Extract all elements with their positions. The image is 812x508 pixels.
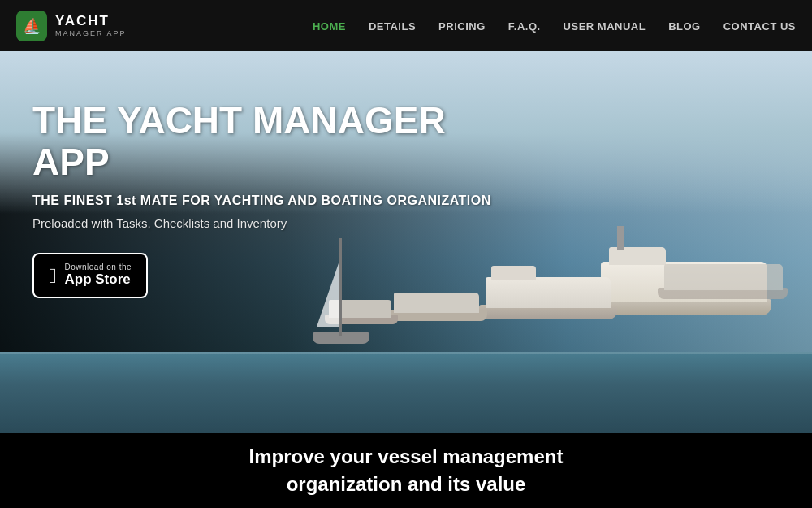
logo-subtitle: MANAGER APP [55,29,127,37]
nav-item-home[interactable]: HOME [313,19,346,33]
hero-section: THE YACHT MANAGER APP THE FINEST 1st MAT… [0,51,812,433]
superstructure-5 [664,264,783,290]
bottom-section: Improve your vessel management organizat… [0,433,812,508]
nav-links: HOME DETAILS PRICING F.A.Q. USER MANUAL … [313,19,796,33]
nav-item-faq[interactable]: F.A.Q. [508,19,541,33]
logo[interactable]: ⛵ YACHT MANAGER APP [16,11,127,41]
hero-description: Preloaded with Tasks, Checklists and Inv… [32,216,503,230]
nav-item-pricing[interactable]: PRICING [438,19,486,33]
app-store-text: Download on the App Store [65,263,132,288]
nav-item-blog[interactable]: BLOG [668,19,701,33]
nav-link-faq[interactable]: F.A.Q. [508,20,541,33]
app-store-button[interactable]:  Download on the App Store [32,253,148,297]
nav-link-pricing[interactable]: PRICING [438,20,486,33]
app-store-small-text: Download on the [65,263,132,271]
water-decoration [0,352,812,433]
nav-link-manual[interactable]: USER MANUAL [564,20,646,33]
app-store-big-text: App Store [65,271,132,288]
nav-item-contact[interactable]: CONTACT US [723,19,796,33]
nav-item-details[interactable]: DETAILS [369,19,416,33]
nav-link-details[interactable]: DETAILS [369,20,416,33]
hero-content: THE YACHT MANAGER APP THE FINEST 1st MAT… [32,100,503,298]
yacht-5 [658,250,788,299]
apple-icon:  [49,265,57,286]
logo-text: YACHT MANAGER APP [55,14,127,37]
hero-title: THE YACHT MANAGER APP [32,100,503,182]
nav-link-contact[interactable]: CONTACT US [723,20,796,33]
nav-item-manual[interactable]: USER MANUAL [564,19,646,33]
nav-link-home[interactable]: HOME [313,20,346,33]
mast-1 [617,226,624,250]
logo-title: YACHT [55,14,127,29]
bottom-title-line1: Improve your vessel management organizat… [249,443,564,497]
bottom-text-1: Improve your vessel management [249,445,564,467]
navbar: ⛵ YACHT MANAGER APP HOME DETAILS PRICING… [0,0,812,51]
nav-link-blog[interactable]: BLOG [668,20,701,33]
logo-icon: ⛵ [16,11,47,41]
superstructure-2 [486,277,611,308]
hero-subtitle: THE FINEST 1st MATE FOR YACHTING AND BOA… [32,193,503,208]
bottom-text-2: organization and its value [287,473,526,495]
